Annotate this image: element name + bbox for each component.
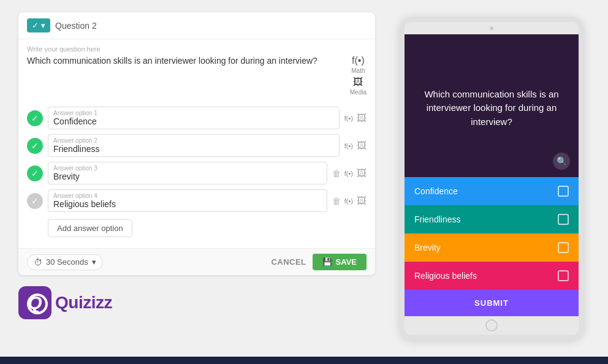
question-card: ✓ ▾ Question 2 Write your question here … — [18, 12, 375, 275]
logo-q: Q — [55, 293, 68, 312]
answer-sublabel-3: Answer option 3 — [53, 165, 322, 172]
save-icon: 💾 — [322, 257, 332, 267]
answer-input-1[interactable]: Answer option 1 Confidence — [48, 107, 340, 129]
preview-question: Which communication skills is an intervi… — [405, 34, 579, 177]
formula-button-2[interactable]: f(•) — [344, 142, 353, 150]
question-type-button[interactable]: ✓ ▾ — [27, 18, 50, 32]
media-icon: 🖼 — [353, 77, 363, 88]
media-button[interactable]: 🖼 Media — [350, 77, 367, 96]
answer-row: ✓ Answer option 4 Religious beliefs 🗑 f(… — [27, 189, 367, 212]
answer-row: ✓ Answer option 3 Brevity 🗑 f(•) 🖼 — [27, 162, 367, 184]
timer-dropdown-icon: ▾ — [92, 257, 96, 267]
answer-value-2: Friendliness — [53, 144, 334, 154]
tablet-frame: Which communication skills is an intervi… — [400, 17, 583, 339]
answer-input-2[interactable]: Answer option 2 Friendliness — [48, 134, 340, 157]
preview-option-2-label: Friendliness — [414, 214, 460, 224]
answer-sublabel-2: Answer option 2 — [53, 137, 334, 144]
logo-area: Quizizz — [18, 286, 375, 319]
main-content: ✓ ▾ Question 2 Write your question here … — [0, 0, 608, 357]
timer-label: 30 Seconds — [46, 257, 88, 267]
option-checkbox-1 — [558, 186, 569, 197]
answer-check-correct[interactable]: ✓ — [27, 138, 43, 154]
logo-uizizz: uizizz — [68, 293, 112, 312]
answer-sublabel-4: Answer option 4 — [53, 192, 322, 199]
tablet-bottom — [405, 316, 579, 335]
answer-right-actions-1: f(•) 🖼 — [344, 113, 367, 124]
timer-button[interactable]: ⏱ 30 Seconds ▾ — [27, 254, 103, 270]
question-text-area: Which communication skills is an intervi… — [27, 55, 367, 96]
trash-icon-3[interactable]: 🗑 — [332, 169, 341, 178]
math-icon: f(•) — [352, 55, 365, 66]
answer-input-4[interactable]: Answer option 4 Religious beliefs — [48, 189, 327, 212]
answer-value-1: Confidence — [53, 116, 334, 126]
question-actions: f(•) Math 🖼 Media — [350, 55, 367, 96]
preview-options: Confidence Friendliness Brevity Religiou… — [405, 177, 579, 316]
answer-check-correct[interactable]: ✓ — [27, 110, 43, 126]
answer-check-correct[interactable]: ✓ — [27, 165, 43, 181]
preview-option-3[interactable]: Brevity — [405, 233, 579, 262]
preview-option-1[interactable]: Confidence — [405, 177, 579, 205]
preview-question-text: Which communication skills is an intervi… — [417, 88, 566, 129]
formula-button-4[interactable]: f(•) — [344, 197, 353, 205]
image-button-2[interactable]: 🖼 — [357, 140, 367, 151]
answer-right-actions-2: f(•) 🖼 — [344, 140, 367, 151]
answer-right-actions-3: 🗑 f(•) 🖼 — [332, 168, 367, 179]
bottom-bar — [0, 357, 608, 364]
left-panel: ✓ ▾ Question 2 Write your question here … — [18, 12, 375, 344]
formula-button-3[interactable]: f(•) — [344, 170, 353, 177]
answer-row: ✓ Answer option 2 Friendliness f(•) 🖼 — [27, 134, 367, 157]
math-button[interactable]: f(•) Math — [351, 55, 365, 74]
tablet-top — [405, 22, 579, 34]
image-button-4[interactable]: 🖼 — [357, 195, 367, 207]
tablet-screen: Which communication skills is an intervi… — [405, 34, 579, 316]
answer-row: ✓ Answer option 1 Confidence f(•) 🖼 — [27, 107, 367, 129]
preview-option-1-label: Confidence — [414, 186, 458, 196]
cancel-button[interactable]: CANCEL — [271, 257, 306, 267]
option-checkbox-2 — [558, 214, 569, 225]
timer-icon: ⏱ — [34, 257, 42, 267]
answer-sublabel-1: Answer option 1 — [53, 110, 334, 116]
question-header: ✓ ▾ Question 2 — [18, 12, 375, 39]
save-label: SAVE — [336, 257, 357, 267]
answer-input-3[interactable]: Answer option 3 Brevity — [48, 162, 327, 184]
checkmark-icon: ✓ — [32, 21, 39, 30]
preview-option-4-label: Religious beliefs — [414, 271, 477, 281]
trash-icon-4[interactable]: 🗑 — [332, 196, 341, 206]
submit-button[interactable]: SUBMIT — [405, 290, 579, 316]
answer-value-4: Religious beliefs — [53, 199, 322, 209]
answer-value-3: Brevity — [53, 172, 322, 181]
image-button-1[interactable]: 🖼 — [357, 113, 367, 124]
preview-option-3-label: Brevity — [414, 243, 441, 252]
image-button-3[interactable]: 🖼 — [357, 168, 367, 179]
question-footer: ⏱ 30 Seconds ▾ CANCEL 💾 SAVE — [18, 248, 375, 275]
answers-section: ✓ Answer option 1 Confidence f(•) 🖼 ✓ An… — [18, 102, 375, 248]
answer-check-incorrect[interactable]: ✓ — [27, 193, 43, 209]
dropdown-arrow-icon: ▾ — [41, 21, 45, 30]
add-answer-button[interactable]: Add answer option — [48, 219, 132, 237]
logo-ring — [27, 294, 48, 314]
question-number-label: Question 2 — [55, 21, 97, 31]
search-icon[interactable]: 🔍 — [553, 153, 570, 170]
preview-option-4[interactable]: Religious beliefs — [405, 262, 579, 290]
right-panel: Which communication skills is an intervi… — [393, 12, 590, 344]
quizizz-logo-icon — [18, 286, 51, 319]
answer-right-actions-4: 🗑 f(•) 🖼 — [332, 195, 367, 207]
question-text[interactable]: Which communication skills is an intervi… — [27, 55, 344, 67]
preview-option-2[interactable]: Friendliness — [405, 205, 579, 233]
option-checkbox-4 — [558, 270, 569, 281]
tablet-camera — [490, 26, 493, 30]
math-label: Math — [351, 67, 365, 74]
save-button[interactable]: 💾 SAVE — [313, 254, 367, 270]
tablet-home-button[interactable] — [485, 319, 498, 332]
question-placeholder-label: Write your question here — [27, 45, 367, 53]
footer-actions: CANCEL 💾 SAVE — [271, 254, 367, 270]
option-checkbox-3 — [558, 242, 569, 253]
logo-text: Quizizz — [55, 293, 112, 313]
formula-button-1[interactable]: f(•) — [344, 115, 353, 122]
media-label: Media — [350, 89, 367, 96]
question-body: Write your question here Which communica… — [18, 39, 375, 102]
